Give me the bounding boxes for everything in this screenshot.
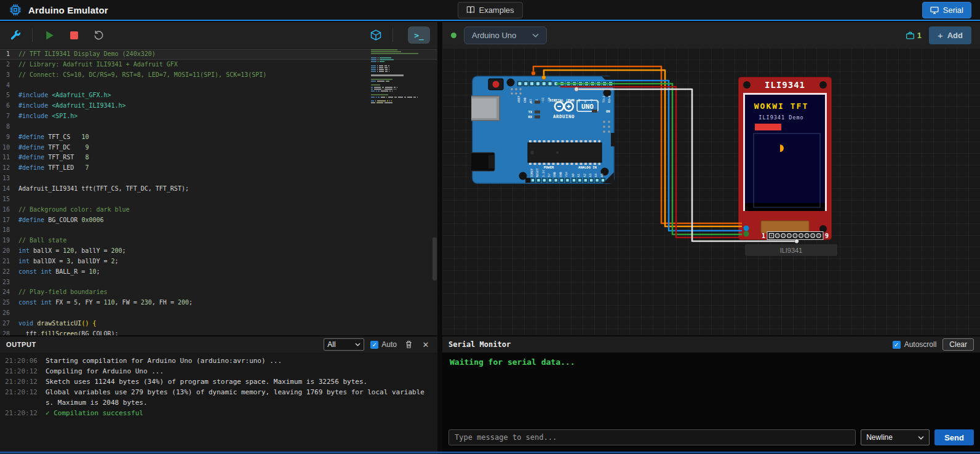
- code-line[interactable]: 19// Ball state: [0, 236, 437, 246]
- monitor-icon: [930, 6, 939, 14]
- output-panel: OUTPUT All ✓ Auto ✕: [0, 335, 437, 454]
- log-row: 21:20:12Compiling for Arduino Uno ...: [0, 366, 437, 376]
- rx-label: RX: [528, 115, 532, 119]
- newline-select[interactable]: Newline: [861, 429, 930, 445]
- book-icon: [466, 6, 474, 14]
- tft-pad: [744, 226, 749, 231]
- tft-pad: [744, 231, 749, 237]
- analog-label: ANALOG IN: [578, 165, 597, 169]
- code-line[interactable]: 15: [0, 194, 437, 205]
- restart-button[interactable]: [90, 27, 106, 43]
- editor-scrollbar[interactable]: [432, 48, 437, 335]
- svg-text:A0: A0: [572, 173, 575, 177]
- code-editor[interactable]: 1// TFT ILI9341 Display Demo (240x320)2/…: [0, 48, 437, 335]
- toolbar-separator: [32, 28, 33, 42]
- svg-text:GND: GND: [559, 172, 562, 177]
- log-filter-select[interactable]: All: [324, 338, 364, 351]
- diagram-toolbar: Arduino Uno 1 + Add: [442, 22, 980, 48]
- code-line[interactable]: 16// Background color: dark blue: [0, 205, 437, 215]
- svg-text:5V: 5V: [548, 173, 551, 177]
- diagram-canvas[interactable]: AREFGND1312~11~10~987~6~54~32TX→1RX←0 DI…: [442, 48, 980, 335]
- code-line[interactable]: 26: [0, 308, 437, 319]
- auto-checkbox[interactable]: ✓: [370, 341, 378, 349]
- code-line[interactable]: 20int ballX = 120, ballY = 200;: [0, 246, 437, 257]
- svg-text:A5: A5: [600, 173, 604, 177]
- code-line[interactable]: 27void drawStaticUI() {: [0, 319, 437, 329]
- code-line[interactable]: 7#include <SPI.h>: [0, 111, 437, 122]
- close-output-button[interactable]: ✕: [420, 339, 431, 350]
- cube-3d-view-button[interactable]: [368, 27, 384, 43]
- code-line[interactable]: 21int ballDX = 3, ballDY = 2;: [0, 257, 437, 267]
- code-line[interactable]: 17#define BG_COLOR 0x0006: [0, 215, 437, 226]
- log-row: 21:20:12Global variables use 279 bytes (…: [0, 387, 437, 408]
- terminal-toggle-button[interactable]: >_: [408, 26, 430, 44]
- svg-text:~11: ~11: [541, 97, 544, 103]
- output-header: OUTPUT All ✓ Auto ✕: [0, 337, 437, 352]
- arduino-uno-board[interactable]: AREFGND1312~11~10~987~6~54~32TX→1RX←0 DI…: [471, 75, 615, 185]
- code-line[interactable]: 11#define TFT_RST 8: [0, 153, 437, 163]
- auto-label: Auto: [381, 340, 397, 349]
- code-line[interactable]: 13: [0, 173, 437, 184]
- tools-wrench-button[interactable]: [7, 27, 23, 43]
- clear-output-trash-button[interactable]: [403, 339, 414, 350]
- tft-pin-row[interactable]: [769, 233, 821, 237]
- tft-ili9341-display[interactable]: ILI9341 WOKWI TFT ILI9341 Demo 1 9: [738, 77, 832, 240]
- reset-button[interactable]: [488, 79, 503, 90]
- serial-output[interactable]: Waiting for serial data...: [442, 352, 980, 427]
- clear-serial-button[interactable]: Clear: [942, 338, 974, 351]
- code-line[interactable]: 12#define TFT_LED 7: [0, 163, 437, 173]
- code-line[interactable]: 23: [0, 277, 437, 288]
- svg-text:Vin: Vin: [565, 172, 568, 177]
- code-line[interactable]: 9#define TFT_CS 10: [0, 132, 437, 143]
- tft-title: ILI9341: [765, 80, 805, 90]
- serial-waiting-text: Waiting for serial data...: [450, 357, 575, 367]
- code-line[interactable]: 18: [0, 225, 437, 236]
- plus-icon: +: [938, 30, 943, 41]
- serial-message-input[interactable]: [448, 429, 856, 445]
- serial-header: Serial Monitor ✓ Autoscroll Clear: [442, 337, 980, 352]
- log-row: 21:20:06Starting compilation for Arduino…: [0, 356, 437, 366]
- serial-title: Serial Monitor: [448, 340, 511, 349]
- stop-button[interactable]: [66, 27, 82, 43]
- toolbar-separator: [392, 28, 393, 42]
- top-bar: Arduino Emulator Examples Serial: [0, 0, 980, 21]
- send-button[interactable]: Send: [934, 429, 974, 445]
- board-select[interactable]: Arduino Uno: [464, 26, 547, 44]
- run-button[interactable]: [41, 27, 57, 43]
- briefcase-icon: [906, 31, 915, 40]
- serial-button-label: Serial: [943, 6, 963, 15]
- code-line[interactable]: 25const int FX = 5, FY = 110, FW = 230, …: [0, 298, 437, 308]
- code-line[interactable]: 10#define TFT_DC 9: [0, 143, 437, 153]
- code-line[interactable]: 28 tft.fillScreen(BG_COLOR);: [0, 329, 437, 335]
- svg-text:GND: GND: [553, 172, 556, 177]
- svg-text:IOREF: IOREF: [530, 168, 533, 177]
- editor-minimap[interactable]: [371, 49, 430, 104]
- on-label: ON: [606, 110, 610, 113]
- status-dot: [451, 33, 456, 38]
- code-line[interactable]: 14Adafruit_ILI9341 tft(TFT_CS, TFT_DC, T…: [0, 184, 437, 194]
- uno-model-label: UNO: [581, 103, 594, 111]
- svg-text:3.3V: 3.3V: [542, 170, 545, 177]
- app-window: Arduino Emulator Examples Serial: [0, 0, 980, 454]
- examples-label: Examples: [479, 6, 514, 15]
- code-line[interactable]: 22const int BALL_R = 10;: [0, 267, 437, 277]
- svg-text:AREF: AREF: [517, 95, 520, 103]
- parts-count[interactable]: 1: [906, 31, 922, 40]
- svg-text:A3: A3: [589, 173, 592, 177]
- autoscroll-checkbox[interactable]: ✓: [893, 341, 901, 349]
- code-line[interactable]: 24// Play-field boundaries: [0, 287, 437, 298]
- log-row: 21:20:12✓ Compilation successful: [0, 408, 437, 418]
- scrollbar-thumb[interactable]: [432, 237, 437, 281]
- examples-button[interactable]: Examples: [457, 2, 522, 18]
- digital-label: DIGITAL (PWM ~): [549, 98, 580, 102]
- svg-text:RX←0: RX←0: [608, 95, 611, 103]
- add-part-button[interactable]: + Add: [929, 26, 971, 44]
- code-line[interactable]: 8: [0, 122, 437, 132]
- window-bottom-border: [0, 452, 980, 453]
- chevron-down-icon: [355, 343, 361, 346]
- serial-toggle-button[interactable]: Serial: [922, 2, 971, 18]
- serial-input-row: Newline Send: [442, 427, 980, 449]
- svg-text:A2: A2: [583, 173, 586, 177]
- output-log[interactable]: 21:20:06Starting compilation for Arduino…: [0, 352, 437, 454]
- panel-divider[interactable]: [437, 22, 442, 454]
